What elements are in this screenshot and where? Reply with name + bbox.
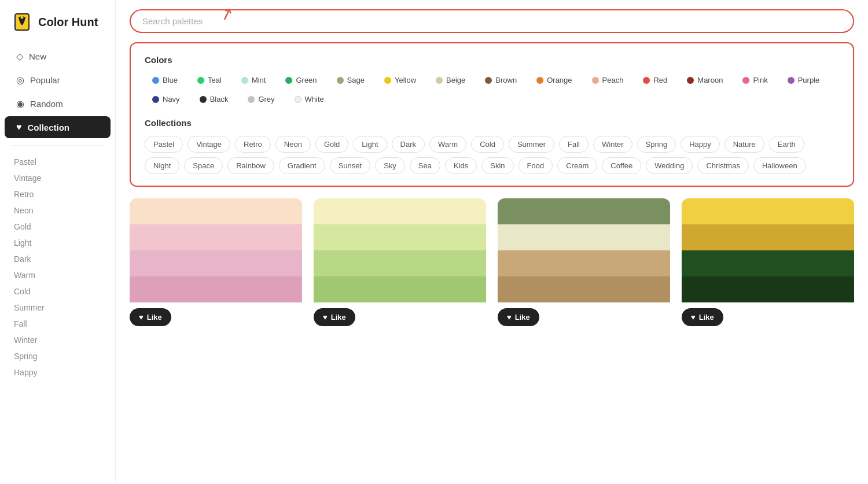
collection-tag-rainbow[interactable]: Rainbow [227,157,274,174]
color-tag-maroon[interactable]: Maroon [679,73,730,87]
pink-dot [742,77,749,84]
collection-tag-winter[interactable]: Winter [593,136,632,153]
palette-footer-1: ♥ Like [130,302,302,332]
sidebar-collection-fall[interactable]: Fall [0,316,115,332]
like-button-3[interactable]: ♥ Like [498,308,539,326]
sidebar-collection-pastel[interactable]: Pastel [0,154,115,170]
like-button-2[interactable]: ♥ Like [314,308,355,326]
sidebar-collection-spring[interactable]: Spring [0,348,115,364]
palette-card-1[interactable]: ♥ Like [130,198,302,332]
color-tag-peach[interactable]: Peach [584,73,631,87]
nav-item-random[interactable]: ◉ Random [5,93,111,115]
color-tag-orange[interactable]: Orange [529,73,579,87]
palette-footer-4: ♥ Like [682,302,854,332]
collection-tag-food[interactable]: Food [518,157,553,174]
yellow-label: Yellow [395,76,416,84]
like-button-1[interactable]: ♥ Like [130,308,171,326]
color-tag-green[interactable]: Green [278,73,324,87]
collection-tag-summer[interactable]: Summer [509,136,554,153]
grey-label: Grey [258,95,274,104]
collection-tag-spring[interactable]: Spring [637,136,676,153]
sidebar-collection-cold[interactable]: Cold [0,283,115,300]
collection-tag-sea[interactable]: Sea [410,157,440,174]
color-tag-red[interactable]: Red [635,73,675,87]
like-button-4[interactable]: ♥ Like [682,308,723,326]
logo[interactable]: Color Hunt [0,12,115,44]
collection-tag-pastel[interactable]: Pastel [145,136,183,153]
sidebar-collection-happy[interactable]: Happy [0,364,115,380]
color-tag-mint[interactable]: Mint [234,73,274,87]
collection-tag-vintage[interactable]: Vintage [187,136,230,153]
collection-tag-gold[interactable]: Gold [315,136,348,153]
collection-tag-night[interactable]: Night [145,157,179,174]
sidebar-collection-warm[interactable]: Warm [0,267,115,283]
collection-tag-wedding[interactable]: Wedding [646,157,693,174]
collection-tag-earth[interactable]: Earth [769,136,804,153]
svg-point-1 [21,16,24,19]
search-input[interactable] [130,9,854,33]
swatch-3-4 [498,276,670,302]
collection-tag-dark[interactable]: Dark [392,136,425,153]
collection-tag-christmas[interactable]: Christmas [697,157,749,174]
color-tag-blue[interactable]: Blue [145,73,185,87]
red-label: Red [653,76,667,84]
color-tag-brown[interactable]: Brown [477,73,524,87]
collection-tag-sky[interactable]: Sky [375,157,405,174]
color-tag-sage[interactable]: Sage [329,73,372,87]
sidebar-collection-summer[interactable]: Summer [0,300,115,316]
collection-tag-space[interactable]: Space [184,157,223,174]
sidebar-collection-neon[interactable]: Neon [0,202,115,219]
palette-swatches-1 [130,198,302,302]
white-label: White [305,95,324,104]
nav-item-new[interactable]: ◇ New [5,45,111,68]
collection-tag-cream[interactable]: Cream [557,157,597,174]
color-tag-yellow[interactable]: Yellow [377,73,424,87]
teal-label: Teal [208,76,222,84]
collection-tag-retro[interactable]: Retro [235,136,271,153]
green-dot [285,77,292,84]
collection-tag-coffee[interactable]: Coffee [602,157,641,174]
palette-card-3[interactable]: ♥ Like [498,198,670,332]
new-label: New [29,51,46,61]
yellow-dot [384,77,391,84]
collection-tag-neon[interactable]: Neon [275,136,311,153]
color-tag-navy[interactable]: Navy [145,92,187,106]
nav-item-collection[interactable]: ♥ Collection [5,116,111,138]
like-label-3: Like [515,313,530,322]
navy-label: Navy [163,95,180,104]
collection-tag-light[interactable]: Light [353,136,387,153]
palette-card-4[interactable]: ♥ Like [682,198,854,332]
sidebar-collection-gold[interactable]: Gold [0,219,115,235]
palette-card-2[interactable]: ♥ Like [314,198,486,332]
color-tag-purple[interactable]: Purple [780,73,827,87]
collection-tag-cold[interactable]: Cold [471,136,504,153]
color-tag-beige[interactable]: Beige [428,73,473,87]
color-tag-pink[interactable]: Pink [735,73,775,87]
sage-dot [337,77,344,84]
main-content: ↗ Colors Blue Teal Mint Green Sage Yello… [116,0,868,484]
sidebar-collection-winter[interactable]: Winter [0,332,115,348]
collection-tag-fall[interactable]: Fall [559,136,589,153]
color-tag-black[interactable]: Black [192,92,236,106]
sidebar-collection-dark[interactable]: Dark [0,251,115,267]
collection-tag-kids[interactable]: Kids [445,157,477,174]
collection-tag-gradient[interactable]: Gradient [279,157,325,174]
collection-tag-nature[interactable]: Nature [724,136,764,153]
sidebar-collection-light[interactable]: Light [0,235,115,251]
swatch-3-2 [498,224,670,250]
collection-tag-happy[interactable]: Happy [681,136,720,153]
sidebar-collection-vintage[interactable]: Vintage [0,170,115,186]
swatch-4-3 [682,250,854,276]
peach-label: Peach [602,76,624,84]
collection-tag-skin[interactable]: Skin [481,157,513,174]
collection-tag-warm[interactable]: Warm [429,136,466,153]
collection-tag-halloween[interactable]: Halloween [753,157,806,174]
sidebar-collection-retro[interactable]: Retro [0,186,115,202]
nav-item-popular[interactable]: ◎ Popular [5,69,111,91]
color-tag-grey[interactable]: Grey [240,92,282,106]
color-tag-teal[interactable]: Teal [190,73,229,87]
collection-tag-sunset[interactable]: Sunset [330,157,370,174]
popular-icon: ◎ [16,75,24,86]
color-tag-white[interactable]: White [287,92,332,106]
like-label-2: Like [331,313,346,322]
